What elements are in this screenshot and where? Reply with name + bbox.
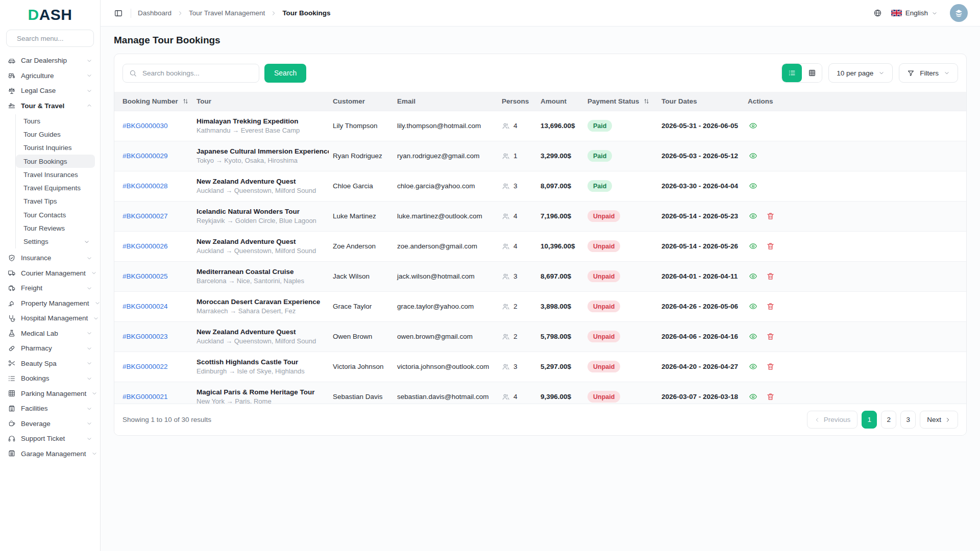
persons-count: 2 [513,333,518,340]
sidebar-item-insurance[interactable]: Insurance [4,251,96,266]
sidebar-item-label: Tour & Travel [21,102,64,110]
sidebar-item-tour-travel[interactable]: Tour & Travel [4,98,96,114]
view-button[interactable] [748,211,758,221]
customer-email: owen.brown@gmail.com [393,321,498,352]
sidebar-subitem-tour-contacts[interactable]: Tour Contacts [16,208,95,221]
sidebar-subitem-tour-guides[interactable]: Tour Guides [16,128,95,141]
sidebar-item-beverage[interactable]: Beverage [4,416,96,431]
sidebar-subitem-tourist-inquiries[interactable]: Tourist Inquiries [16,141,95,155]
table-row: #BKG0000028 New Zealand Adventure Quest … [114,171,966,201]
chevron-right-icon [271,10,277,16]
page-button-3[interactable]: 3 [900,411,916,429]
tour-dates: 2026-05-03 - 2026-05-12 [657,141,744,171]
breadcrumb-tour-bookings: Tour Bookings [282,9,330,17]
per-page-select[interactable]: 10 per page [828,63,893,83]
sidebar-item-garage-management[interactable]: Garage Management [4,446,96,461]
sidebar-subitem-travel-tips[interactable]: Travel Tips [16,195,95,208]
sidebar-item-pharmacy[interactable]: Pharmacy [4,341,96,356]
sidebar-item-hospital-management[interactable]: Hospital Management [4,311,96,326]
column-header-payment-status[interactable]: Payment Status [583,92,657,111]
column-header-booking-number[interactable]: Booking Number [114,92,192,111]
flask-icon [8,329,16,337]
chevron-down-icon [86,285,92,291]
chevron-right-icon [177,10,183,16]
topbar-right: English [872,4,968,22]
sidebar-item-medical-lab[interactable]: Medical Lab [4,325,96,341]
sidebar-item-freight[interactable]: Freight [4,281,96,296]
users-icon [502,333,510,341]
search-button[interactable]: Search [264,64,306,83]
booking-number-link[interactable]: #BKG0000026 [122,242,168,250]
sidebar-item-agriculture[interactable]: Agriculture [4,68,96,84]
next-page-button[interactable]: Next [920,411,958,429]
booking-number-link[interactable]: #BKG0000022 [122,363,168,370]
sidebar-item-property-management[interactable]: Property Management [4,295,96,311]
delete-button[interactable] [765,271,776,282]
view-button[interactable] [748,241,758,252]
view-button[interactable] [748,301,758,312]
delete-button[interactable] [765,211,776,221]
view-button[interactable] [748,151,758,161]
avatar[interactable] [950,4,968,22]
filters-button[interactable]: Filters [899,63,958,83]
sidebar-item-parking-management[interactable]: Parking Management [4,386,96,401]
booking-number-link[interactable]: #BKG0000030 [122,122,168,130]
delete-button[interactable] [765,241,776,252]
booking-number-link[interactable]: #BKG0000023 [122,333,168,340]
delete-button[interactable] [765,391,776,402]
customer-email: lily.thompson@hotmail.com [393,111,498,141]
grid-view-icon[interactable] [802,64,822,82]
sidebar-subitem-tour-bookings[interactable]: Tour Bookings [16,155,95,168]
chevron-down-icon [86,72,92,79]
breadcrumb-tour-travel-management[interactable]: Tour Travel Management [189,9,265,17]
sidebar-subitem-settings[interactable]: Settings [16,235,95,248]
booking-number-link[interactable]: #BKG0000029 [122,152,168,160]
sidebar-item-beauty-spa[interactable]: Beauty Spa [4,356,96,371]
sidebar-subitem-tour-reviews[interactable]: Tour Reviews [16,221,95,235]
bookings-search-input[interactable] [141,69,253,78]
booking-number-link[interactable]: #BKG0000027 [122,212,168,220]
view-button[interactable] [748,120,758,131]
sidebar-item-legal-case[interactable]: Legal Case [4,83,96,98]
page-button-1[interactable]: 1 [862,411,877,429]
sidebar-item-support-ticket[interactable]: Support Ticket [4,431,96,446]
sidebar-subitem-travel-insurances[interactable]: Travel Insurances [16,168,95,181]
shield-icon [8,254,16,262]
booking-number-link[interactable]: #BKG0000025 [122,272,168,280]
previous-page-button[interactable]: Previous [807,411,858,429]
booking-number-link[interactable]: #BKG0000028 [122,182,168,190]
sidebar-item-car-dealership[interactable]: Car Dealership [4,53,96,68]
globe-icon[interactable] [872,8,883,18]
sidebar-subitem-tours[interactable]: Tours [16,114,95,128]
sidebar-toggle-icon[interactable] [113,8,124,19]
tour-name: Icelandic Natural Wonders Tour [197,208,325,215]
language-selector[interactable]: English [888,9,941,17]
customer-name: Lily Thompson [329,111,393,141]
breadcrumb-dashboard[interactable]: Dashboard [138,9,172,17]
list-view-icon[interactable] [782,64,802,82]
delete-button[interactable] [765,301,776,312]
view-button[interactable] [748,181,758,191]
sidebar-subitem-travel-equipments[interactable]: Travel Equipments [16,181,95,194]
booking-number-link[interactable]: #BKG0000024 [122,303,168,310]
view-button[interactable] [748,331,758,342]
pill-icon [8,344,16,353]
chevron-down-icon [86,360,92,366]
booking-number-link[interactable]: #BKG0000021 [122,393,168,400]
amount: 10,396.00$ [536,231,583,261]
sidebar-item-facilities[interactable]: Facilities [4,401,96,416]
topbar-divider [131,9,131,18]
delete-button[interactable] [765,331,776,342]
delete-button[interactable] [765,361,776,372]
cup-icon [8,419,16,428]
view-button[interactable] [748,391,758,402]
persons-count: 4 [513,122,518,130]
previous-label: Previous [824,416,851,423]
view-button[interactable] [748,271,758,282]
view-button[interactable] [748,361,758,372]
page-button-2[interactable]: 2 [881,411,896,429]
sidebar-item-bookings[interactable]: Bookings [4,371,96,386]
sidebar-item-courier-management[interactable]: Courier Management [4,265,96,281]
sidebar-search-input[interactable] [16,34,88,43]
tour-route: Kathmandu → Everest Base Camp [197,127,325,134]
